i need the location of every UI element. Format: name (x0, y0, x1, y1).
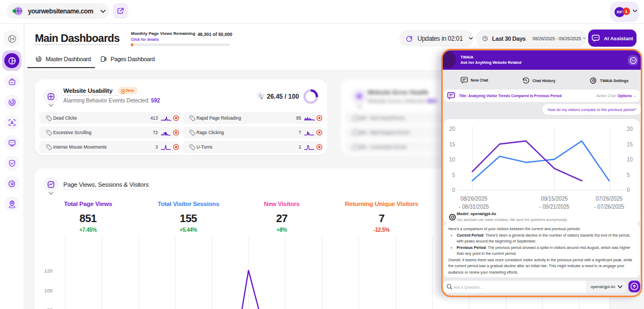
svg-text:- 07/26/2025: - 07/26/2025 (594, 204, 625, 210)
svg-text:5: 5 (627, 172, 630, 178)
svg-text:07/26/2025: 07/26/2025 (596, 196, 623, 202)
svg-text:- 09/21/2025: - 09/21/2025 (539, 204, 570, 210)
svg-text:20: 20 (449, 126, 456, 132)
svg-text:5: 5 (452, 172, 455, 178)
svg-text:- 08/31/2025: - 08/31/2025 (459, 204, 489, 210)
svg-text:15: 15 (449, 142, 456, 148)
svg-text:0: 0 (627, 187, 630, 193)
svg-text:08/26/2025: 08/26/2025 (460, 196, 487, 202)
svg-text:10: 10 (449, 157, 456, 163)
svg-text:09/15/2025: 09/15/2025 (541, 196, 568, 202)
svg-text:10: 10 (627, 157, 633, 163)
svg-text:20: 20 (627, 126, 633, 132)
svg-text:0: 0 (452, 187, 455, 193)
svg-text:15: 15 (627, 142, 633, 148)
